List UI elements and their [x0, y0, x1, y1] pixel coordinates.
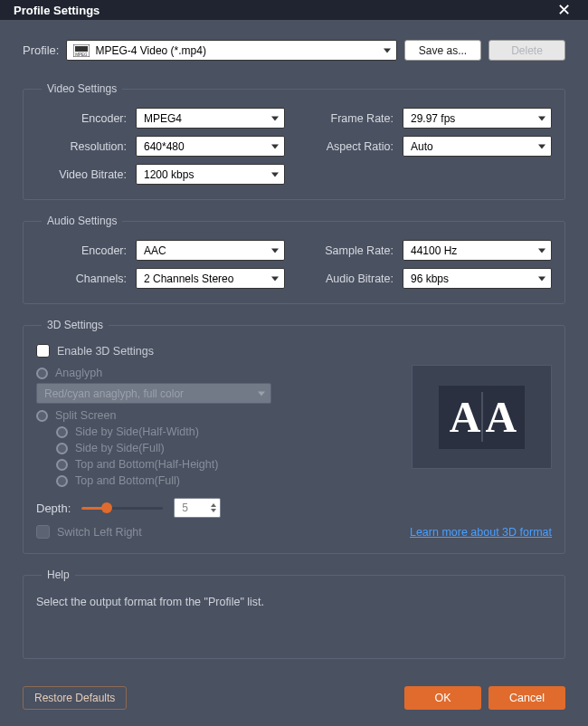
video-settings-group: Video Settings Encoder: MPEG4 Frame Rate…: [23, 82, 565, 200]
audio-encoder-select[interactable]: AAC: [136, 240, 285, 261]
channels-select[interactable]: 2 Channels Stereo: [136, 268, 285, 289]
learn-3d-link[interactable]: Learn more about 3D format: [410, 526, 552, 539]
video-bitrate-select[interactable]: 1200 kbps: [136, 164, 285, 185]
chevron-down-icon: [538, 248, 545, 253]
sbs-half-radio: [56, 426, 68, 438]
3d-preview: A A: [412, 365, 552, 469]
help-group: Help Select the output format from the "…: [23, 568, 565, 659]
resolution-label: Resolution:: [36, 140, 127, 153]
chevron-down-icon: [271, 248, 279, 253]
window-title: Profile Settings: [14, 4, 100, 17]
chevron-down-icon: [538, 116, 545, 120]
footer: Restore Defaults OK Cancel: [0, 673, 588, 726]
profile-row: Profile: MPEG MPEG-4 Video (*.mp4) Save …: [23, 40, 565, 61]
switch-lr-label: Switch Left Right: [57, 526, 142, 539]
split-screen-radio: [36, 410, 48, 422]
3d-settings-legend: 3D Settings: [42, 319, 109, 331]
profile-value: MPEG-4 Video (*.mp4): [95, 44, 206, 57]
restore-defaults-button[interactable]: Restore Defaults: [23, 686, 127, 710]
depth-label: Depth:: [36, 502, 71, 515]
enable-3d-checkbox[interactable]: [36, 344, 50, 358]
anaglyph-label: Anaglyph: [55, 367, 102, 379]
samplerate-select[interactable]: 44100 Hz: [403, 240, 552, 261]
depth-spinner[interactable]: 5: [174, 498, 221, 518]
samplerate-label: Sample Rate:: [294, 244, 394, 257]
chevron-down-icon: [271, 276, 279, 281]
spinner-down-icon[interactable]: [211, 509, 216, 512]
video-encoder-select[interactable]: MPEG4: [136, 108, 285, 129]
split-screen-label: Split Screen: [55, 409, 116, 422]
audio-encoder-label: Encoder:: [36, 244, 127, 257]
profile-label: Profile:: [23, 43, 59, 57]
framerate-select[interactable]: 29.97 fps: [403, 108, 552, 129]
chevron-down-icon: [271, 172, 279, 177]
audio-settings-group: Audio Settings Encoder: AAC Sample Rate:…: [23, 215, 565, 304]
anaglyph-radio: [36, 368, 48, 379]
resolution-select[interactable]: 640*480: [136, 136, 285, 157]
delete-button: Delete: [488, 40, 565, 61]
chevron-down-icon: [271, 144, 279, 148]
ok-button[interactable]: OK: [404, 686, 481, 710]
switch-lr-checkbox: [36, 525, 50, 539]
tab-half-radio: [56, 459, 68, 471]
close-icon[interactable]: ✕: [553, 0, 574, 20]
3d-settings-group: 3D Settings Enable 3D Settings Anaglyph …: [23, 319, 565, 554]
tab-full-radio: [56, 475, 68, 487]
anaglyph-type-select: Red/cyan anaglyph, full color: [36, 383, 271, 404]
chevron-down-icon: [271, 116, 279, 120]
content: Profile: MPEG MPEG-4 Video (*.mp4) Save …: [0, 20, 588, 673]
save-as-button[interactable]: Save as...: [404, 40, 481, 61]
video-settings-legend: Video Settings: [42, 82, 122, 95]
chevron-down-icon: [384, 48, 391, 53]
profile-select[interactable]: MPEG MPEG-4 Video (*.mp4): [66, 40, 397, 61]
spinner-up-icon[interactable]: [211, 503, 216, 507]
enable-3d-label: Enable 3D Settings: [57, 345, 154, 358]
help-text: Select the output format from the "Profi…: [36, 594, 552, 610]
titlebar: Profile Settings ✕: [0, 0, 588, 20]
depth-slider[interactable]: [81, 501, 163, 515]
svg-text:MPEG: MPEG: [76, 52, 89, 56]
video-bitrate-label: Video Bitrate:: [36, 168, 127, 181]
aspect-label: Aspect Ratio:: [294, 140, 394, 153]
cancel-button[interactable]: Cancel: [488, 686, 565, 710]
video-encoder-label: Encoder:: [36, 112, 127, 125]
mpeg-file-icon: MPEG: [72, 43, 90, 58]
audio-settings-legend: Audio Settings: [42, 215, 122, 227]
chevron-down-icon: [538, 144, 545, 148]
help-legend: Help: [42, 568, 75, 581]
chevron-down-icon: [538, 276, 545, 281]
aspect-select[interactable]: Auto: [403, 136, 552, 157]
chevron-down-icon: [258, 391, 265, 396]
profile-settings-window: Profile Settings ✕ Profile: MPEG MPEG-4 …: [0, 0, 588, 726]
framerate-label: Frame Rate:: [294, 112, 394, 125]
svg-rect-1: [75, 46, 88, 52]
channels-label: Channels:: [36, 272, 127, 285]
audio-bitrate-label: Audio Bitrate:: [294, 272, 394, 285]
sbs-full-radio: [56, 443, 68, 454]
audio-bitrate-select[interactable]: 96 kbps: [403, 268, 552, 289]
